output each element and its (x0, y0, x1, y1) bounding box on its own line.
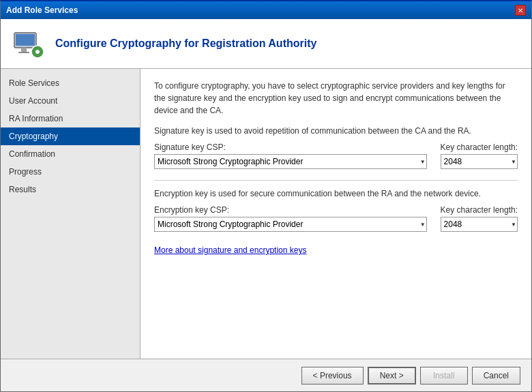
encryption-csp-label: Encryption key CSP: (154, 205, 427, 215)
header-title: Configure Cryptography for Registration … (55, 37, 316, 50)
svg-rect-2 (21, 48, 27, 52)
window: Add Role Services ✕ Configure Cryptograp… (0, 0, 532, 392)
signature-csp-label: Signature key CSP: (154, 142, 427, 152)
encryption-field-row: Encryption key CSP: Microsoft Strong Cry… (154, 205, 518, 232)
install-button[interactable]: Install (420, 367, 468, 385)
sidebar: Role Services User Account RA Informatio… (1, 69, 141, 359)
encryption-field-group: Encryption key CSP: Microsoft Strong Cry… (154, 205, 518, 232)
encryption-key-length-wrapper: 512102420484096 ▼ (441, 217, 518, 232)
signature-csp-col: Signature key CSP: Microsoft Strong Cryp… (154, 142, 427, 169)
encryption-key-length-label: Key character length: (441, 205, 518, 215)
header-icon (12, 27, 44, 60)
svg-rect-1 (16, 34, 35, 46)
link-area: More about signature and encryption keys (154, 245, 518, 255)
main-panel: To configure cryptography, you have to s… (141, 69, 531, 359)
signature-key-length-label: Key character length: (441, 142, 518, 152)
main-description: To configure cryptography, you have to s… (154, 80, 518, 117)
role-services-icon (12, 27, 44, 60)
sidebar-item-role-services[interactable]: Role Services (1, 74, 140, 92)
signature-key-length-select[interactable]: 512102420484096 (441, 154, 518, 169)
close-button[interactable]: ✕ (515, 5, 526, 16)
signature-key-length-wrapper: 512102420484096 ▼ (441, 154, 518, 169)
separator-1 (154, 180, 518, 181)
content-area: Role Services User Account RA Informatio… (1, 69, 531, 359)
signature-field-group: Signature key CSP: Microsoft Strong Cryp… (154, 142, 518, 169)
footer: < Previous Next > Install Cancel (1, 359, 531, 391)
signature-csp-select[interactable]: Microsoft Strong Cryptographic ProviderM… (154, 154, 427, 169)
signature-csp-wrapper: Microsoft Strong Cryptographic ProviderM… (154, 154, 427, 169)
encryption-section-label: Encryption key is used for secure commun… (154, 189, 518, 198)
sidebar-item-confirmation[interactable]: Confirmation (1, 145, 140, 163)
encryption-key-length-col: Key character length: 512102420484096 ▼ (441, 205, 518, 232)
sidebar-item-results[interactable]: Results (1, 181, 140, 198)
title-bar: Add Role Services ✕ (1, 1, 531, 19)
signature-section-label: Signature key is used to avoid repetitio… (154, 126, 518, 136)
encryption-csp-wrapper: Microsoft Strong Cryptographic ProviderM… (154, 217, 427, 232)
cancel-button[interactable]: Cancel (472, 367, 520, 385)
more-info-link[interactable]: More about signature and encryption keys (154, 245, 306, 255)
sidebar-item-progress[interactable]: Progress (1, 163, 140, 181)
header-section: Configure Cryptography for Registration … (1, 19, 531, 69)
svg-rect-6 (37, 50, 39, 54)
signature-key-length-col: Key character length: 512102420484096 ▼ (441, 142, 518, 169)
encryption-csp-col: Encryption key CSP: Microsoft Strong Cry… (154, 205, 427, 232)
next-button[interactable]: Next > (368, 367, 416, 385)
window-title: Add Role Services (6, 5, 78, 15)
encryption-csp-select[interactable]: Microsoft Strong Cryptographic ProviderM… (154, 217, 427, 232)
encryption-key-length-select[interactable]: 512102420484096 (441, 217, 518, 232)
svg-rect-3 (18, 52, 29, 53)
signature-field-row: Signature key CSP: Microsoft Strong Cryp… (154, 142, 518, 169)
sidebar-item-cryptography[interactable]: Cryptography (1, 127, 140, 145)
sidebar-item-user-account[interactable]: User Account (1, 92, 140, 110)
sidebar-item-ra-information[interactable]: RA Information (1, 110, 140, 127)
previous-button[interactable]: < Previous (301, 367, 364, 385)
